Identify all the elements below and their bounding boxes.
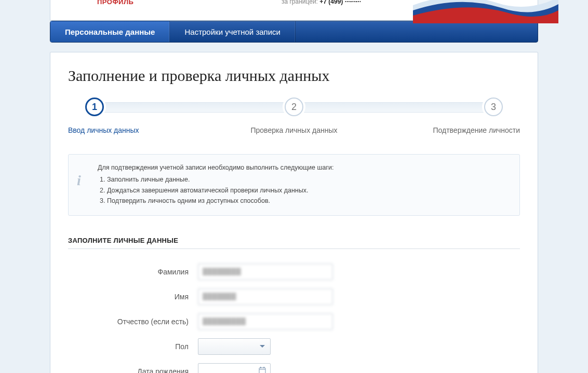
step-3-circle: 3: [484, 98, 503, 116]
top-header: ПРОФИЛЬ за границей: +7 (499) ···-··-··: [50, 0, 538, 21]
content-card: Заполнение и проверка личных данных 1 2 …: [50, 52, 538, 373]
firstname-label: Имя: [68, 293, 198, 301]
svg-rect-3: [264, 367, 265, 368]
step-3-label: Подтверждение личности: [369, 126, 520, 134]
step-2-label: Проверка личных данных: [219, 126, 369, 134]
info-item-1: Заполнить личные данные.: [107, 175, 509, 185]
page-title: Заполнение и проверка личных данных: [68, 67, 520, 85]
patronymic-label: Отчество (если есть): [68, 317, 198, 326]
step-2-circle: 2: [285, 98, 303, 116]
dob-input[interactable]: [198, 363, 271, 374]
step-track: 1 2 3: [94, 102, 494, 113]
lastname-input[interactable]: [198, 264, 333, 280]
patronymic-input[interactable]: [198, 313, 333, 330]
lastname-label: Фамилия: [68, 268, 198, 276]
step-labels: Ввод личных данных Проверка личных данны…: [68, 126, 520, 134]
firstname-input[interactable]: [198, 288, 333, 305]
info-box: i Для подтверждения учетной записи необх…: [68, 154, 520, 216]
nav-account-settings[interactable]: Настройки учетной записи: [170, 21, 296, 42]
gender-select[interactable]: [198, 338, 271, 355]
gender-label: Пол: [68, 342, 198, 351]
info-item-3: Подтвердить личность одним из доступных …: [107, 196, 509, 206]
overseas-phone: за границей: +7 (499) ···-··-··: [282, 0, 361, 5]
nav-personal-data[interactable]: Персональные данные: [50, 21, 170, 42]
info-intro: Для подтверждения учетной записи необход…: [98, 163, 509, 173]
info-icon: i: [77, 169, 81, 191]
svg-rect-2: [260, 367, 261, 368]
info-item-2: Дождаться завершения автоматической пров…: [107, 186, 509, 196]
calendar-icon: [259, 367, 266, 373]
main-nav: Персональные данные Настройки учетной за…: [50, 21, 538, 43]
chevron-down-icon: [260, 345, 265, 348]
svg-rect-0: [259, 368, 265, 373]
step-1-circle: 1: [85, 98, 104, 116]
form-section-header: ЗАПОЛНИТЕ ЛИЧНЫЕ ДАННЫЕ: [68, 237, 520, 249]
logo-text: ПРОФИЛЬ: [97, 0, 133, 6]
step-1-label: Ввод личных данных: [68, 126, 219, 134]
dob-label: Дата рождения: [68, 367, 198, 374]
flag-decoration: [413, 0, 558, 23]
